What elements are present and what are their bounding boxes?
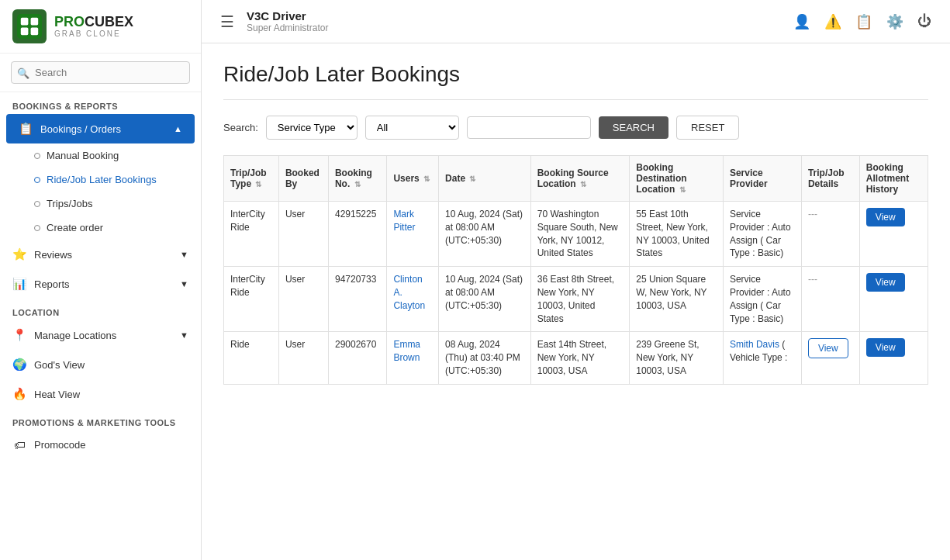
bookings-table: Trip/Job Type ⇅ Booked By Booking No. ⇅ … <box>223 155 928 385</box>
section-location-label: LOCATION <box>0 299 201 320</box>
sidebar-item-ride-job-later[interactable]: Ride/Job Later Bookings <box>0 168 201 192</box>
trip-details-view-button[interactable]: View <box>808 338 848 358</box>
cell-trip-details[interactable]: View <box>801 332 859 384</box>
sort-icon: ⇅ <box>679 185 686 194</box>
cell-trip-details: --- <box>801 267 859 332</box>
chevron-down-icon: ▼ <box>180 330 188 340</box>
alert-icon[interactable]: ⚠️ <box>824 13 841 30</box>
reset-button[interactable]: RESET <box>676 116 739 140</box>
cell-user: Emma Brown <box>387 332 439 384</box>
col-trip-type: Trip/Job Type ⇅ <box>224 156 279 202</box>
cell-allotment[interactable]: View <box>859 202 928 267</box>
user-link[interactable]: Clinton A. Clayton <box>393 274 425 311</box>
cell-trip-type: InterCity Ride <box>224 202 279 267</box>
bookings-icon: 📋 <box>19 122 33 136</box>
sidebar-item-label: Reviews <box>34 249 72 261</box>
page-title: Ride/Job Later Bookings <box>223 62 928 87</box>
clipboard-icon[interactable]: 📋 <box>855 13 872 30</box>
user-link[interactable]: Mark Pitter <box>393 209 415 233</box>
table-row: InterCity Ride User 42915225 Mark Pitter… <box>224 202 928 267</box>
col-booked-by: Booked By <box>278 156 328 202</box>
sidebar-item-heat-view[interactable]: 🔥 Heat View <box>0 379 201 409</box>
chevron-down-icon: ▼ <box>180 279 188 289</box>
sort-icon: ⇅ <box>469 175 475 183</box>
dot-icon <box>34 177 40 183</box>
cell-allotment[interactable]: View <box>859 332 928 384</box>
promo-icon: 🏷 <box>12 438 26 451</box>
col-booking-no: Booking No. ⇅ <box>328 156 386 202</box>
col-source: Booking Source Location ⇅ <box>530 156 630 202</box>
search-text-input[interactable] <box>467 116 591 139</box>
logo-sub: GRAB CLONE <box>54 29 133 38</box>
svg-rect-1 <box>21 18 29 26</box>
sort-icon: ⇅ <box>423 175 430 183</box>
allotment-view-button[interactable]: View <box>866 273 905 292</box>
search-icon: 🔍 <box>17 67 29 78</box>
chevron-down-icon: ▼ <box>180 250 188 259</box>
col-trip-details: Trip/Job Details <box>801 156 859 202</box>
sidebar-item-manual-booking[interactable]: Manual Booking <box>0 143 201 168</box>
search-row: Search: Service Type Booking No. User Na… <box>223 116 928 140</box>
sidebar-item-trips-jobs[interactable]: Trips/Jobs <box>0 192 201 216</box>
sidebar-item-label: God's View <box>34 359 85 371</box>
sidebar-item-gods-view[interactable]: 🌍 God's View <box>0 350 201 379</box>
service-type-select[interactable]: Service Type Booking No. User Name <box>266 116 358 140</box>
cell-source: 70 Washington Square South, New York, NY… <box>530 202 630 267</box>
divider <box>223 99 928 100</box>
svg-rect-2 <box>31 18 39 26</box>
gear-icon[interactable]: ⚙️ <box>886 13 903 30</box>
sidebar-item-bookings-orders[interactable]: 📋 Bookings / Orders ▲ <box>6 114 195 143</box>
sidebar-sub-label: Create order <box>47 222 103 233</box>
table-row: InterCity Ride User 94720733 Clinton A. … <box>224 267 928 332</box>
col-date: Date ⇅ <box>439 156 531 202</box>
topbar-subtitle: Super Administrator <box>247 22 328 33</box>
sort-icon: ⇅ <box>580 180 586 188</box>
allotment-view-button[interactable]: View <box>866 208 905 226</box>
svg-rect-3 <box>21 28 29 36</box>
topbar-left: ☰ V3C Driver Super Administrator <box>220 9 328 33</box>
topbar: ☰ V3C Driver Super Administrator 👤 ⚠️ 📋 … <box>202 0 950 43</box>
menu-icon[interactable]: ☰ <box>220 12 234 31</box>
power-icon[interactable]: ⏻ <box>917 13 931 29</box>
user-link[interactable]: Emma Brown <box>393 339 420 363</box>
sidebar: PROCUBEX GRAB CLONE 🔍 BOOKINGS & REPORTS… <box>0 0 202 560</box>
logo-icon <box>12 9 47 43</box>
cell-trip-details: --- <box>801 202 859 267</box>
sidebar-item-label: Promocode <box>34 439 85 451</box>
col-provider: Service Provider <box>723 156 801 202</box>
sidebar-item-label: Reports <box>34 278 70 290</box>
sidebar-sub-label: Ride/Job Later Bookings <box>47 174 157 185</box>
allotment-view-button[interactable]: View <box>866 338 905 357</box>
filter-select[interactable]: All InterCity Ride Ride <box>365 116 459 140</box>
sort-icon: ⇅ <box>354 180 361 188</box>
reviews-icon: ⭐ <box>12 247 26 261</box>
sidebar-item-reviews[interactable]: ⭐ Reviews ▼ <box>0 240 201 269</box>
cell-allotment[interactable]: View <box>859 267 928 332</box>
search-button[interactable]: SEARCH <box>599 116 668 139</box>
section-bookings-label: BOOKINGS & REPORTS <box>0 92 201 114</box>
search-bar[interactable]: 🔍 <box>0 54 201 92</box>
main-area: ☰ V3C Driver Super Administrator 👤 ⚠️ 📋 … <box>202 0 950 560</box>
logo-name: PROCUBEX <box>54 15 133 30</box>
topbar-icons: 👤 ⚠️ 📋 ⚙️ ⏻ <box>793 13 931 30</box>
globe-icon: 🌍 <box>12 358 26 372</box>
topbar-title: V3C Driver <box>247 9 328 22</box>
sort-icon: ⇅ <box>255 180 261 188</box>
cell-source: 36 East 8th Street, New York, NY 10003, … <box>530 267 630 332</box>
provider-link[interactable]: Smith Davis <box>730 339 779 350</box>
table-row: Ride User 29002670 Emma Brown 08 Aug, 20… <box>224 332 928 384</box>
search-input[interactable] <box>11 61 190 84</box>
cell-destination: 239 Greene St, New York, NY 10003, USA <box>630 332 724 384</box>
sidebar-item-manage-locations[interactable]: 📍 Manage Locations ▼ <box>0 320 201 350</box>
user-icon[interactable]: 👤 <box>793 13 810 30</box>
cell-date: 08 Aug, 2024 (Thu) at 03:40 PM (UTC:+05:… <box>439 332 531 384</box>
svg-rect-0 <box>17 14 42 39</box>
sidebar-item-promocode[interactable]: 🏷 Promocode <box>0 430 201 459</box>
cell-user: Clinton A. Clayton <box>387 267 439 332</box>
cell-booked-by: User <box>278 267 328 332</box>
search-label: Search: <box>223 122 258 133</box>
sidebar-item-reports[interactable]: 📊 Reports ▼ <box>0 269 201 299</box>
cell-booking-no: 42915225 <box>328 202 386 267</box>
cell-booking-no: 29002670 <box>328 332 386 384</box>
sidebar-item-create-order[interactable]: Create order <box>0 216 201 240</box>
